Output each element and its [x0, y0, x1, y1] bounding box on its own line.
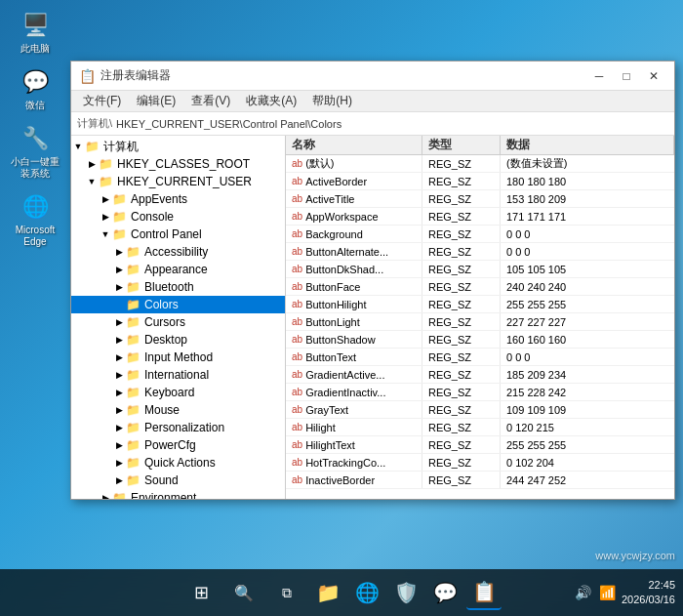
tree-arrow-personalization: ▶ — [112, 423, 126, 432]
table-row[interactable]: ab ButtonLight REG_SZ 227 227 227 — [286, 313, 674, 331]
table-row[interactable]: ab (默认) REG_SZ (数值未设置) — [286, 155, 674, 173]
taskbar-wechat[interactable]: 💬 — [427, 575, 462, 610]
desktop-icon-reinstall[interactable]: 🔧 小白一键重装系统 — [8, 123, 62, 180]
close-button[interactable]: ✕ — [641, 66, 666, 86]
tree-item-mouse[interactable]: ▶ 📁 Mouse — [71, 401, 285, 419]
tree-item-colors[interactable]: 📁 Colors — [71, 296, 285, 313]
table-row[interactable]: ab ActiveTitle REG_SZ 153 180 209 — [286, 190, 674, 208]
tree-item-hkcr[interactable]: ▶ 📁 HKEY_CLASSES_ROOT — [71, 155, 285, 173]
cell-data: 255 255 255 — [501, 436, 674, 453]
menu-help[interactable]: 帮助(H) — [304, 91, 360, 111]
table-row[interactable]: ab InactiveBorder REG_SZ 244 247 252 — [286, 472, 674, 489]
reg-icon: ab — [292, 281, 302, 292]
tree-item-bluetooth[interactable]: ▶ 📁 Bluetooth — [71, 278, 285, 296]
tree-arrow-controlpanel: ▼ — [99, 229, 112, 239]
col-header-type[interactable]: 类型 — [422, 136, 501, 154]
taskbar-regedit[interactable]: 📋 — [466, 575, 502, 610]
table-body: ab (默认) REG_SZ (数值未设置) ab ActiveBorder R… — [286, 155, 674, 489]
table-row[interactable]: ab Background REG_SZ 0 0 0 — [286, 226, 674, 243]
folder-icon-powercfg: 📁 — [126, 438, 141, 452]
taskbar-shield[interactable]: 🛡️ — [388, 575, 423, 610]
tree-item-quickactions[interactable]: ▶ 📁 Quick Actions — [71, 454, 285, 472]
tree-arrow-quickactions: ▶ — [112, 458, 126, 468]
cell-data: 0 0 0 — [501, 243, 674, 260]
search-button[interactable]: 🔍 — [224, 573, 263, 612]
menu-file[interactable]: 文件(F) — [75, 91, 129, 111]
table-row[interactable]: ab Hilight REG_SZ 0 120 215 — [286, 419, 674, 436]
tree-item-sound[interactable]: ▶ 📁 Sound — [71, 472, 285, 489]
tree-arrow-keyboard: ▶ — [112, 388, 126, 397]
menu-favorites[interactable]: 收藏夹(A) — [238, 91, 304, 111]
desktop-icon-edge[interactable]: 🌐 Microsoft Edge — [8, 191, 62, 248]
data-panel[interactable]: 名称 类型 数据 ab (默认) REG_SZ (数值未设置) ab Activ… — [286, 136, 674, 499]
table-row[interactable]: ab ButtonText REG_SZ 0 0 0 — [286, 349, 674, 366]
tree-item-international[interactable]: ▶ 📁 International — [71, 366, 285, 384]
folder-icon-hkcr: 📁 — [99, 157, 114, 171]
cell-name: ab ButtonShadow — [286, 331, 422, 348]
tree-item-desktop[interactable]: ▶ 📁 Desktop — [71, 331, 285, 349]
table-row[interactable]: ab ButtonAlternate... REG_SZ 0 0 0 — [286, 243, 674, 261]
table-row[interactable]: ab GrayText REG_SZ 109 109 109 — [286, 401, 674, 419]
reg-icon: ab — [292, 404, 302, 415]
folder-icon-environment: 📁 — [112, 491, 128, 499]
cell-type: REG_SZ — [422, 436, 501, 453]
table-row[interactable]: ab AppWorkspace REG_SZ 171 171 171 — [286, 208, 674, 226]
table-row[interactable]: ab ActiveBorder REG_SZ 180 180 180 — [286, 173, 674, 190]
table-row[interactable]: ab HilightText REG_SZ 255 255 255 — [286, 436, 674, 454]
cell-name: ab AppWorkspace — [286, 208, 422, 225]
row-name: AppWorkspace — [305, 211, 378, 223]
table-row[interactable]: ab ButtonShadow REG_SZ 160 160 160 — [286, 331, 674, 349]
regedit-window: 📋 注册表编辑器 ─ □ ✕ 文件(F) 编辑(E) 查看(V) 收藏夹(A) … — [70, 61, 675, 500]
taskbar-edge[interactable]: 🌐 — [349, 575, 384, 610]
cell-type: REG_SZ — [422, 313, 501, 330]
tree-arrow-bluetooth: ▶ — [112, 282, 126, 292]
cell-data: 227 227 227 — [501, 313, 674, 330]
col-header-data[interactable]: 数据 — [501, 136, 674, 154]
table-row[interactable]: ab ButtonHilight REG_SZ 255 255 255 — [286, 296, 674, 313]
tree-item-appearance[interactable]: ▶ 📁 Appearance — [71, 261, 285, 278]
tree-arrow-sound: ▶ — [112, 475, 126, 485]
tree-item-accessibility[interactable]: ▶ 📁 Accessibility — [71, 243, 285, 261]
tree-item-controlpanel[interactable]: ▼ 📁 Control Panel — [71, 226, 285, 243]
volume-icon[interactable]: 🔊 — [573, 583, 593, 602]
table-row[interactable]: ab GradientActive... REG_SZ 185 209 234 — [286, 366, 674, 384]
desktop-icon-wechat[interactable]: 💬 微信 — [8, 66, 62, 111]
table-row[interactable]: ab HotTrackingCo... REG_SZ 0 102 204 — [286, 454, 674, 472]
tree-panel[interactable]: ▼ 📁 计算机 ▶ 📁 HKEY_CLASSES_ROOT ▼ 📁 HKEY_C… — [71, 136, 286, 499]
tree-item-keyboard[interactable]: ▶ 📁 Keyboard — [71, 384, 285, 401]
row-name: ButtonHilight — [305, 299, 366, 310]
maximize-button[interactable]: □ — [614, 66, 639, 86]
tree-item-computer-root[interactable]: ▼ 📁 计算机 — [71, 138, 285, 155]
tree-arrow-appevents: ▶ — [99, 194, 112, 204]
minimize-button[interactable]: ─ — [586, 66, 612, 86]
table-row[interactable]: ab ButtonDkShad... REG_SZ 105 105 105 — [286, 261, 674, 278]
title-bar-buttons: ─ □ ✕ — [586, 66, 666, 86]
tree-item-cursors[interactable]: ▶ 📁 Cursors — [71, 313, 285, 331]
tree-item-console[interactable]: ▶ 📁 Console — [71, 208, 285, 226]
start-button[interactable]: ⊞ — [181, 573, 221, 612]
tree-item-hkcu[interactable]: ▼ 📁 HKEY_CURRENT_USER — [71, 173, 285, 190]
tree-item-appevents[interactable]: ▶ 📁 AppEvents — [71, 190, 285, 208]
menu-view[interactable]: 查看(V) — [183, 91, 238, 111]
menu-edit[interactable]: 编辑(E) — [129, 91, 183, 111]
tree-item-personalization[interactable]: ▶ 📁 Personalization — [71, 419, 285, 436]
network-icon[interactable]: 📶 — [597, 583, 618, 602]
taskbar-time[interactable]: 22:45 2026/03/16 — [622, 578, 675, 608]
tree-label-desktop: Desktop — [144, 333, 187, 347]
table-row[interactable]: ab GradientInactiv... REG_SZ 215 228 242 — [286, 384, 674, 401]
folder-icon-desktop: 📁 — [126, 333, 141, 347]
tree-label-personalization: Personalization — [144, 421, 224, 434]
col-header-name[interactable]: 名称 — [286, 136, 422, 154]
cell-type: REG_SZ — [422, 226, 501, 242]
reg-icon: ab — [292, 457, 302, 468]
taskbar-explorer[interactable]: 📁 — [310, 575, 345, 610]
tree-item-environment[interactable]: ▶ 📁 Environment — [71, 489, 285, 499]
taskview-button[interactable]: ⧉ — [267, 573, 306, 612]
tree-item-inputmethod[interactable]: ▶ 📁 Input Method — [71, 349, 285, 366]
cell-data: 0 120 215 — [501, 419, 674, 435]
desktop-icon-computer[interactable]: 🖥️ 此电脑 — [8, 10, 62, 55]
tree-arrow-cursors: ▶ — [112, 317, 126, 327]
cell-name: ab (默认) — [286, 155, 422, 172]
table-row[interactable]: ab ButtonFace REG_SZ 240 240 240 — [286, 278, 674, 296]
tree-item-powercfg[interactable]: ▶ 📁 PowerCfg — [71, 436, 285, 454]
